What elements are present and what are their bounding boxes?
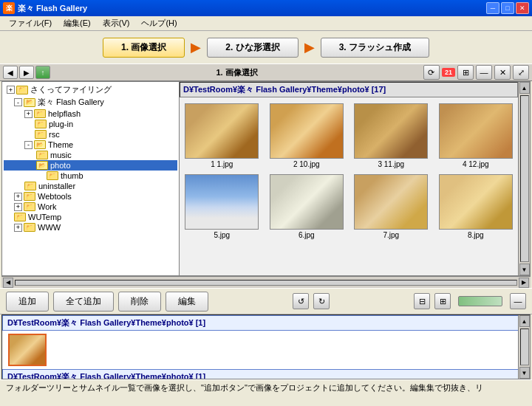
- tree-label: WUTemp: [28, 213, 61, 221]
- tree-toggle[interactable]: -: [14, 98, 22, 106]
- tree-toggle[interactable]: +: [7, 86, 15, 94]
- thumbnail-label-7: 7.jpg: [383, 231, 399, 239]
- menu-edit[interactable]: 編集(E): [58, 16, 97, 30]
- tree-label: Webtools: [38, 192, 72, 201]
- thumbnail-item-7[interactable]: 7.jpg: [352, 174, 431, 239]
- scroll-up-button[interactable]: ▲: [519, 82, 530, 94]
- tree-toggle[interactable]: +: [14, 203, 22, 211]
- folder-icon: 📁: [24, 202, 35, 211]
- rotate-left-button[interactable]: ↺: [293, 293, 309, 309]
- tree-label: plug-in: [49, 120, 73, 128]
- scroll-track: [520, 95, 529, 262]
- zoom-button[interactable]: ⊞: [434, 293, 451, 309]
- tree-label: music: [50, 151, 72, 159]
- tree-item-helpflash[interactable]: + 📁 helpflash: [4, 109, 177, 119]
- view-button[interactable]: ⊞: [457, 65, 474, 80]
- tree-item-www[interactable]: + 📁 WWW: [4, 222, 177, 233]
- toolbar-title: 1. 画像選択: [52, 67, 422, 78]
- tree-item-wutemp[interactable]: 📁 WUTemp: [4, 212, 177, 222]
- tree-item-photo[interactable]: 📂 photo: [4, 160, 177, 171]
- thumbnail-item-3[interactable]: 3 11.jpg: [352, 103, 431, 168]
- tree-item-thumb[interactable]: 📁 thumb: [4, 171, 177, 181]
- status-text: フォルダーツリーとサムネイル一覧で画像を選択し、"追加ボタン"で画像をプロジェク…: [6, 382, 483, 393]
- tree-item-work[interactable]: + 📁 Work: [4, 202, 177, 212]
- tree-label: Work: [38, 202, 56, 211]
- refresh-button[interactable]: ⟳: [423, 65, 440, 80]
- folder-icon: 📁: [35, 130, 47, 139]
- thumbnail-item-2[interactable]: 2 10.jpg: [267, 103, 347, 168]
- scroll-right-button[interactable]: ▶: [519, 278, 529, 288]
- thumbnail-grid: 1 1.jpg 2 10.jpg 3 11.jpg 4 12.jpg 5.jpg: [180, 100, 518, 242]
- minimize-panel-button[interactable]: —: [510, 293, 526, 309]
- toolbar-right: ⟳ 21 ⊞ — ✕ ⤢: [423, 65, 529, 80]
- thumbnail-item-5[interactable]: 5.jpg: [183, 174, 262, 239]
- step1-button[interactable]: 1. 画像選択: [103, 38, 185, 58]
- thumbnail-item-1[interactable]: 1 1.jpg: [183, 103, 262, 168]
- scroll-left-button[interactable]: ◀: [3, 278, 13, 288]
- step3-button[interactable]: 3. フラッシュ作成: [321, 38, 429, 58]
- step-arrow-2: ▶: [304, 39, 315, 55]
- tree-item-rakuraku[interactable]: - 📂 楽々 Flash Gallery: [4, 96, 177, 109]
- menu-view[interactable]: 表示(V): [97, 16, 136, 30]
- delete-button[interactable]: 削除: [118, 292, 161, 312]
- tree-item-rsc[interactable]: 📁 rsc: [4, 129, 177, 140]
- tree-item-theme[interactable]: - 📂 Theme: [4, 140, 177, 150]
- menu-file[interactable]: ファイル(F): [3, 16, 58, 30]
- nav-forward-button[interactable]: ▶: [19, 66, 34, 79]
- preview-scroll-down[interactable]: ▼: [519, 367, 530, 379]
- thumbnail-item-8[interactable]: 8.jpg: [437, 174, 516, 239]
- preview-scrollbar[interactable]: ▲ ▼: [518, 315, 530, 379]
- folder-icon: 📁: [24, 182, 36, 190]
- tree-label: photo: [50, 161, 71, 170]
- toolbar-row: ◀ ▶ ↑ 1. 画像選択 ⟳ 21 ⊞ — ✕ ⤢: [0, 63, 532, 81]
- thumbnail-label-8: 8.jpg: [468, 231, 484, 239]
- folder-icon: 📁: [24, 192, 35, 201]
- tree-item-sakutto[interactable]: + 📁 さくってファイリング: [4, 83, 177, 96]
- app-icon: 楽: [3, 2, 15, 14]
- menu-help[interactable]: ヘルプ(H): [135, 16, 183, 30]
- horizontal-scrollbar[interactable]: ◀ ▶: [1, 276, 531, 288]
- thumbnail-label-2: 2 10.jpg: [293, 160, 320, 168]
- h-scroll-track: [15, 280, 517, 286]
- rotate-right-button[interactable]: ↻: [313, 293, 330, 309]
- step2-button[interactable]: 2. ひな形選択: [207, 38, 298, 58]
- folder-icon: 📁: [24, 223, 35, 232]
- edit-button[interactable]: 編集: [166, 292, 208, 312]
- nav-up-button[interactable]: ↑: [35, 66, 50, 79]
- thumbnail-item-4[interactable]: 4 12.jpg: [437, 103, 516, 168]
- folder-icon: 📁: [36, 151, 48, 159]
- tree-label: さくってファイリング: [30, 84, 112, 95]
- tree-label: thumb: [61, 171, 83, 180]
- minimize-button[interactable]: ─: [486, 2, 499, 14]
- scroll-down-button[interactable]: ▼: [519, 264, 530, 275]
- preview-thumbnail[interactable]: [8, 334, 47, 366]
- tree-item-webtools[interactable]: + 📁 Webtools: [4, 191, 177, 202]
- tree-item-music[interactable]: 📁 music: [4, 150, 177, 160]
- view-mode-button[interactable]: ⊟: [414, 293, 430, 309]
- tree-label: uninstaller: [38, 182, 75, 190]
- folder-icon: 📁: [35, 120, 47, 128]
- close-button[interactable]: ✕: [516, 2, 529, 14]
- tree-item-plugin[interactable]: 📁 plug-in: [4, 119, 177, 129]
- add-button[interactable]: 追加: [6, 292, 49, 312]
- maximize-button[interactable]: □: [501, 2, 514, 14]
- title-bar-left: 楽 楽々 Flash Gallery: [3, 2, 87, 14]
- tree-toggle[interactable]: -: [24, 141, 33, 149]
- thumbnail-item-6[interactable]: 6.jpg: [267, 174, 347, 239]
- tree-toggle[interactable]: +: [24, 110, 33, 118]
- thumbnail-image-6: [270, 174, 344, 230]
- expand-button[interactable]: ⤢: [513, 65, 529, 80]
- folder-open-icon: 📂: [34, 140, 46, 149]
- nav-back-button[interactable]: ◀: [3, 66, 18, 79]
- settings-button[interactable]: —: [476, 65, 492, 80]
- tree-item-uninstaller[interactable]: 📁 uninstaller: [4, 181, 177, 191]
- right-scrollbar[interactable]: ▲ ▼: [518, 82, 530, 275]
- preview-scroll-up[interactable]: ▲: [519, 315, 530, 327]
- path-bar: D¥TestRoom¥楽々 Flash Gallery¥Theme¥photo¥…: [180, 82, 518, 97]
- close-panel-button[interactable]: ✕: [494, 65, 511, 80]
- add-all-button[interactable]: 全て追加: [53, 292, 114, 312]
- tree-toggle[interactable]: +: [14, 224, 22, 232]
- tree-toggle[interactable]: +: [14, 193, 22, 201]
- window-title: 楽々 Flash Gallery: [18, 3, 87, 14]
- thumbnail-label-3: 3 11.jpg: [378, 160, 404, 168]
